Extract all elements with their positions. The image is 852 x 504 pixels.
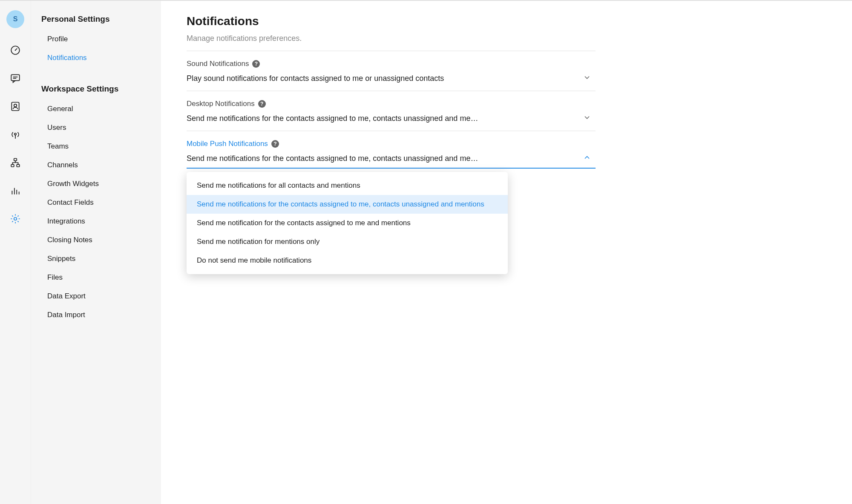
desktop-notifications-block: Desktop Notifications ? Send me notifica…: [187, 91, 596, 131]
messages-icon[interactable]: [9, 72, 21, 84]
sound-notifications-block: Sound Notifications ? Play sound notific…: [187, 51, 596, 91]
sidebar-item-channels[interactable]: Channels: [31, 156, 161, 175]
mobile-notifications-block: Mobile Push Notifications ? Send me noti…: [187, 131, 596, 170]
dropdown-option[interactable]: Send me notification for the contacts as…: [187, 214, 508, 232]
sidebar-item-data-export[interactable]: Data Export: [31, 287, 161, 306]
svg-rect-2: [11, 74, 20, 80]
sidebar: Personal Settings Profile Notifications …: [31, 1, 161, 504]
avatar-initial: S: [13, 15, 18, 23]
desktop-notifications-select[interactable]: Send me notifications for the contacts a…: [187, 113, 596, 129]
chevron-down-icon: [583, 73, 591, 83]
main-content: Notifications Manage notifications prefe…: [161, 1, 852, 504]
dashboard-icon[interactable]: [9, 44, 21, 56]
page-title: Notifications: [187, 14, 596, 28]
sidebar-item-notifications[interactable]: Notifications: [31, 49, 161, 67]
help-icon[interactable]: ?: [252, 60, 260, 68]
dropdown-option[interactable]: Do not send me mobile notifications: [187, 251, 508, 270]
sidebar-item-growth-widgets[interactable]: Growth Widgets: [31, 175, 161, 193]
mobile-notifications-label: Mobile Push Notifications: [187, 140, 268, 148]
sidebar-item-files[interactable]: Files: [31, 268, 161, 287]
reports-icon[interactable]: [9, 185, 21, 197]
sound-notifications-value: Play sound notifications for contacts as…: [187, 74, 444, 83]
sidebar-item-snippets[interactable]: Snippets: [31, 249, 161, 268]
svg-rect-10: [11, 164, 14, 166]
chevron-down-icon: [583, 113, 591, 123]
contacts-icon[interactable]: [9, 100, 21, 112]
svg-point-1: [15, 50, 16, 51]
help-icon[interactable]: ?: [258, 100, 266, 108]
mobile-notifications-select[interactable]: Send me notifications for the contacts a…: [187, 153, 596, 169]
sound-notifications-label: Sound Notifications: [187, 60, 249, 68]
settings-icon[interactable]: [9, 213, 21, 225]
avatar[interactable]: S: [6, 10, 24, 28]
svg-rect-11: [17, 164, 20, 166]
sidebar-item-contact-fields[interactable]: Contact Fields: [31, 193, 161, 212]
page-subtitle: Manage notifications preferences.: [187, 34, 596, 43]
help-icon[interactable]: ?: [271, 140, 279, 148]
icon-rail: S: [0, 1, 31, 504]
desktop-notifications-label: Desktop Notifications: [187, 100, 255, 108]
chevron-up-icon: [583, 153, 591, 163]
sound-notifications-select[interactable]: Play sound notifications for contacts as…: [187, 73, 596, 89]
sidebar-item-general[interactable]: General: [31, 100, 161, 118]
broadcast-icon[interactable]: [9, 129, 21, 140]
dropdown-option[interactable]: Send me notifications for all contacts a…: [187, 176, 508, 195]
mobile-notifications-dropdown: Send me notifications for all contacts a…: [187, 172, 508, 274]
sidebar-item-profile[interactable]: Profile: [31, 30, 161, 49]
dropdown-option[interactable]: Send me notifications for the contacts a…: [187, 195, 508, 214]
dropdown-option[interactable]: Send me notification for mentions only: [187, 232, 508, 251]
sidebar-item-closing-notes[interactable]: Closing Notes: [31, 231, 161, 249]
workspace-settings-title: Workspace Settings: [31, 84, 161, 100]
sidebar-item-data-import[interactable]: Data Import: [31, 306, 161, 324]
personal-settings-title: Personal Settings: [31, 14, 161, 30]
svg-point-6: [14, 104, 17, 107]
sidebar-item-users[interactable]: Users: [31, 118, 161, 137]
sidebar-item-integrations[interactable]: Integrations: [31, 212, 161, 231]
svg-rect-5: [12, 102, 19, 111]
sidebar-item-teams[interactable]: Teams: [31, 137, 161, 156]
desktop-notifications-value: Send me notifications for the contacts a…: [187, 114, 478, 123]
workflow-icon[interactable]: [9, 157, 21, 169]
svg-point-7: [14, 133, 16, 135]
mobile-notifications-value: Send me notifications for the contacts a…: [187, 154, 478, 163]
svg-rect-9: [14, 158, 17, 160]
svg-point-16: [14, 218, 17, 220]
